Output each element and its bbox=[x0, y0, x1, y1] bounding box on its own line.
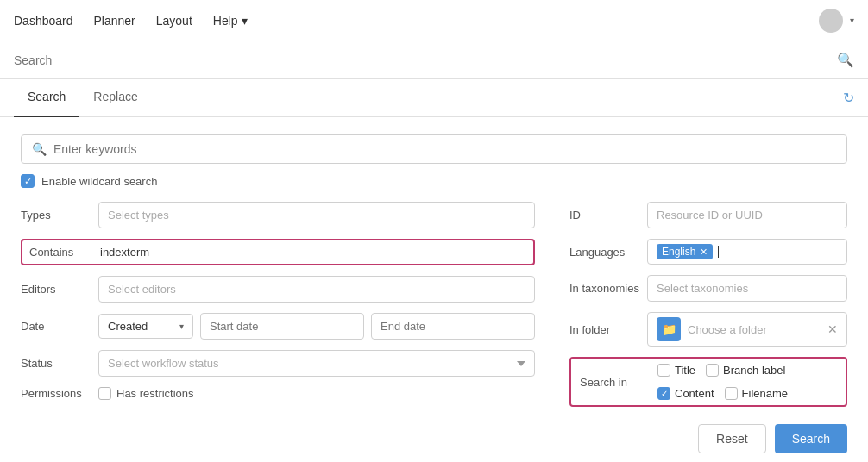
id-label: ID bbox=[569, 209, 647, 222]
title-checkbox[interactable] bbox=[657, 364, 670, 377]
search-in-options: Title Branch label ✓ Content File bbox=[657, 364, 837, 400]
content-option-label: Content bbox=[675, 387, 714, 400]
language-tag-remove[interactable]: ✕ bbox=[700, 247, 708, 258]
search-in-label: Search in bbox=[580, 376, 657, 389]
folder-clear-icon[interactable]: ✕ bbox=[827, 322, 838, 336]
end-date-input[interactable] bbox=[371, 313, 535, 340]
form-grid: Types Contains Editors Date Cr bbox=[21, 202, 847, 417]
folder-icon: 📁 bbox=[657, 317, 681, 341]
global-search-bar: 🔍 bbox=[0, 41, 868, 79]
status-label: Status bbox=[21, 357, 98, 370]
reset-button[interactable]: Reset bbox=[698, 424, 766, 453]
search-in-option-title: Title bbox=[657, 364, 695, 377]
nav-help[interactable]: Help ▾ bbox=[213, 14, 248, 28]
refresh-icon[interactable]: ↻ bbox=[843, 79, 854, 116]
folder-placeholder: Choose a folder bbox=[688, 323, 821, 336]
nav-layout[interactable]: Layout bbox=[156, 14, 192, 28]
date-select[interactable]: Created ▾ bbox=[98, 314, 193, 339]
date-label: Date bbox=[21, 320, 98, 333]
in-folder-label: In folder bbox=[569, 323, 647, 336]
date-option-text: Created bbox=[108, 320, 179, 333]
in-taxonomies-row: In taxonomies bbox=[569, 275, 847, 302]
avatar bbox=[819, 9, 843, 33]
language-tag-english: English ✕ bbox=[657, 244, 713, 259]
nav-links: Dashboard Planner Layout Help ▾ bbox=[14, 14, 248, 28]
wildcard-row: ✓ Enable wildcard search bbox=[21, 174, 847, 188]
contains-label: Contains bbox=[29, 246, 100, 259]
nav-planner[interactable]: Planner bbox=[94, 14, 135, 28]
branch-label-option-label: Branch label bbox=[723, 364, 785, 377]
contains-input[interactable] bbox=[100, 246, 526, 259]
nav-dashboard[interactable]: Dashboard bbox=[14, 14, 73, 28]
search-form: 🔍 ✓ Enable wildcard search Types Contain… bbox=[0, 117, 868, 462]
search-in-option-branch-label: Branch label bbox=[706, 364, 785, 377]
wildcard-label: Enable wildcard search bbox=[41, 175, 157, 188]
global-search-input[interactable] bbox=[14, 53, 837, 67]
id-row: ID bbox=[569, 202, 847, 228]
status-select[interactable]: Select workflow status bbox=[98, 350, 535, 377]
keyword-row: 🔍 bbox=[21, 134, 847, 164]
status-row: Status Select workflow status bbox=[21, 350, 535, 377]
editors-row: Editors bbox=[21, 276, 535, 303]
in-taxonomies-label: In taxonomies bbox=[569, 282, 647, 295]
chevron-down-icon: ▾ bbox=[242, 14, 248, 28]
editors-label: Editors bbox=[21, 283, 98, 296]
lang-cursor bbox=[718, 246, 719, 258]
search-in-option-filename: Filename bbox=[725, 387, 788, 400]
date-chevron-icon: ▾ bbox=[179, 322, 184, 331]
search-button[interactable]: Search bbox=[775, 424, 847, 453]
keyword-input-wrap: 🔍 bbox=[21, 134, 847, 164]
main-content: Search Replace ↻ 🔍 ✓ Enable wildcard sea… bbox=[0, 79, 868, 462]
tab-bar: Search Replace ↻ bbox=[0, 79, 868, 117]
editors-input[interactable] bbox=[98, 276, 535, 303]
in-folder-row: In folder 📁 Choose a folder ✕ bbox=[569, 312, 847, 346]
user-menu[interactable]: ▾ bbox=[819, 9, 854, 33]
start-date-input[interactable] bbox=[200, 313, 364, 340]
form-footer: Reset Search bbox=[21, 417, 847, 453]
permissions-label: Permissions bbox=[21, 387, 98, 400]
types-row: Types bbox=[21, 202, 535, 228]
search-in-option-content: ✓ Content bbox=[657, 387, 714, 400]
types-label: Types bbox=[21, 209, 98, 222]
top-nav: Dashboard Planner Layout Help ▾ ▾ bbox=[0, 0, 868, 41]
search-icon: 🔍 bbox=[837, 52, 854, 68]
branch-label-checkbox[interactable] bbox=[706, 364, 719, 377]
content-checkbox[interactable]: ✓ bbox=[657, 387, 670, 400]
contains-row: Contains bbox=[21, 239, 535, 265]
tab-replace[interactable]: Replace bbox=[79, 79, 151, 117]
languages-row: Languages English ✕ bbox=[569, 239, 847, 265]
user-chevron-icon: ▾ bbox=[850, 16, 854, 25]
filename-checkbox[interactable] bbox=[725, 387, 738, 400]
permissions-row: Permissions Has restrictions bbox=[21, 387, 535, 400]
wildcard-checkbox[interactable]: ✓ bbox=[21, 174, 35, 188]
in-folder-input[interactable]: 📁 Choose a folder ✕ bbox=[647, 312, 847, 346]
in-taxonomies-input[interactable] bbox=[647, 275, 847, 302]
has-restrictions-checkbox[interactable] bbox=[98, 387, 111, 400]
keyword-search-icon: 🔍 bbox=[32, 142, 47, 156]
languages-label: Languages bbox=[569, 246, 647, 259]
id-input[interactable] bbox=[647, 202, 847, 228]
filename-option-label: Filename bbox=[742, 387, 788, 400]
title-option-label: Title bbox=[675, 364, 695, 377]
form-left: Types Contains Editors Date Cr bbox=[21, 202, 552, 417]
has-restrictions-label: Has restrictions bbox=[116, 387, 194, 400]
languages-input[interactable]: English ✕ bbox=[647, 239, 847, 265]
types-input[interactable] bbox=[98, 202, 535, 228]
search-in-row: Search in Title Branch label ✓ Cont bbox=[569, 357, 847, 407]
date-row: Date Created ▾ bbox=[21, 313, 535, 340]
form-right: ID Languages English ✕ I bbox=[552, 202, 847, 417]
tab-search[interactable]: Search bbox=[14, 79, 79, 117]
keyword-input[interactable] bbox=[53, 142, 836, 156]
